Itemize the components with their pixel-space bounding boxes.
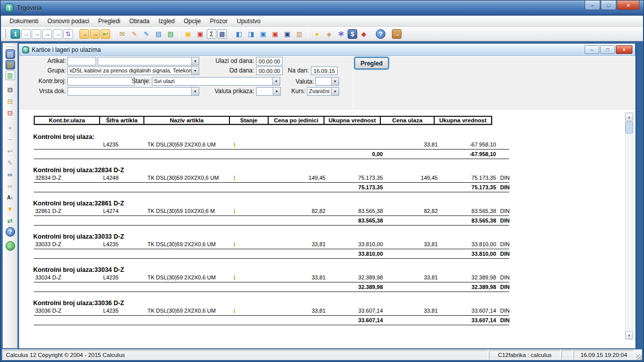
edit-stamp-icon[interactable]: ✎ — [5, 158, 16, 168]
header-cena-po-jedinici[interactable]: Cena po jedinici — [268, 116, 325, 125]
scroll-up-icon[interactable]: ▲ — [625, 113, 633, 121]
exit-icon[interactable]: → — [392, 29, 401, 39]
chevron-down-icon[interactable]: ▼ — [191, 67, 199, 75]
menu-item-obrada[interactable]: Obrada — [125, 16, 154, 26]
note-import-icon[interactable]: → — [79, 29, 89, 39]
kurs-combo[interactable]: Zvanični ▼ — [307, 87, 339, 96]
close-button[interactable]: × — [617, 1, 639, 10]
resize-grip[interactable] — [634, 350, 642, 360]
print-cancel-icon[interactable]: ⊟ — [5, 108, 16, 118]
valuta-prikaza-combo[interactable]: ▼ — [256, 87, 281, 96]
calendar-icon[interactable]: ▦ — [217, 29, 227, 39]
note-forward-icon[interactable]: → — [90, 29, 100, 39]
menu-item-pregledi[interactable]: Pregledi — [94, 16, 125, 26]
copies-filter-icon[interactable]: ▣ — [195, 29, 206, 39]
diamond-icon[interactable]: ◆ — [358, 29, 369, 39]
table-row[interactable]: 32861 D-Z L4274 TK DSL(30)59 10X2X0,6 M … — [34, 208, 516, 215]
filter-funnel-icon[interactable]: ▼ — [5, 204, 16, 214]
help-circle-icon[interactable]: ? — [6, 227, 15, 237]
copy-windows-icon[interactable]: ▣ — [258, 29, 269, 39]
chevron-down-icon[interactable]: ▼ — [191, 88, 199, 95]
find-icon[interactable]: ∞ — [5, 169, 16, 180]
artikal-name-combo[interactable]: ▼ — [98, 57, 199, 65]
settings-gear-icon[interactable]: ∗ — [336, 29, 347, 39]
scrollbar-thumb[interactable] — [625, 121, 633, 133]
chevron-down-icon[interactable]: ▼ — [331, 78, 339, 85]
table-row[interactable]: 33033 D-Z L4235 TK DSL(30)59 2X2X0,6 UM … — [34, 241, 516, 248]
od-dana-input[interactable] — [256, 66, 283, 75]
valuta-combo[interactable]: ▼ — [315, 77, 339, 86]
chevron-down-icon[interactable]: ▼ — [331, 88, 339, 95]
back-icon[interactable]: ← — [6, 241, 15, 251]
child-titlebar[interactable]: T Kartice i lageri po ulazima – □ × — [19, 44, 635, 56]
layout-left-panel-icon[interactable]: ◧ — [233, 29, 245, 39]
fit-columns-icon[interactable]: ⇄ — [5, 215, 16, 226]
table-row[interactable]: 33036 D-Z L4235 TK DSL(30)59 2X2X0,6 UM … — [34, 308, 516, 315]
chevron-down-icon[interactable]: ▼ — [273, 88, 280, 95]
help-icon[interactable]: ? — [376, 29, 385, 39]
chevron-down-icon[interactable]: ▼ — [272, 78, 280, 85]
artikal-code-input[interactable] — [67, 57, 96, 65]
na-dan-input[interactable] — [311, 66, 338, 75]
left-toolbar-grip[interactable] — [6, 45, 15, 47]
layout-grid-panel-icon[interactable]: ◨ — [246, 29, 257, 39]
vrsta-dok-combo[interactable]: ▼ — [67, 87, 199, 96]
menu-item-uputstvo[interactable]: Uputstvo — [232, 16, 265, 26]
child-minimize-button[interactable]: – — [585, 45, 599, 54]
child-close-button[interactable]: × — [616, 45, 632, 54]
find-next-icon[interactable]: ∞ — [5, 181, 16, 191]
note-undo-icon[interactable]: ↩ — [101, 29, 110, 39]
sum-icon[interactable]: Σ — [207, 29, 216, 39]
print-icon[interactable]: ⊟ — [5, 85, 16, 95]
scroll-down-icon[interactable]: ▼ — [625, 331, 633, 339]
kontr-broj-input[interactable] — [67, 77, 135, 86]
tag-icon[interactable]: ◈ — [324, 29, 335, 39]
remove-row-icon[interactable]: − — [5, 134, 16, 145]
maximize-button[interactable]: □ — [601, 1, 616, 10]
table-row[interactable]: L4235 TK DSL(30)59 2X2X0,6 UM 33,81 -67.… — [34, 141, 516, 149]
edit-icon[interactable]: ✎ — [129, 29, 140, 39]
child-restore-button[interactable]: □ — [600, 45, 615, 54]
user-edit-icon[interactable]: ✎ — [141, 29, 152, 39]
header-kont-br-ulaza[interactable]: Kont.br.ulaza — [34, 116, 100, 125]
header-naziv-artikla[interactable]: Naziv artikla — [143, 116, 230, 125]
menu-item-izgled[interactable]: Izgled — [154, 16, 179, 26]
window-filter-icon[interactable]: ▣ — [270, 29, 281, 39]
header-stanje[interactable]: Stanje — [229, 116, 269, 125]
collapse-rows-icon[interactable]: ⇅ — [63, 29, 73, 39]
menu-item-prozor[interactable]: Prozor — [205, 16, 232, 26]
record-count-icon[interactable]: 1 — [11, 29, 20, 39]
doc-export-icon[interactable]: → — [32, 29, 41, 39]
doc-forward-icon[interactable]: → — [42, 29, 52, 39]
ledger-icon[interactable]: $ — [348, 29, 357, 39]
doc-import-icon[interactable]: → — [21, 29, 31, 39]
export-form-icon[interactable]: ▥ — [6, 70, 15, 80]
doc-send-icon[interactable]: → — [53, 29, 62, 39]
chevron-down-icon[interactable]: ▼ — [191, 57, 199, 65]
header-ukupna-vrednost[interactable]: Ukupna vrednost — [324, 116, 381, 125]
copies-tip-icon[interactable]: ▣ — [183, 29, 194, 39]
table-row[interactable]: 33034 D-Z L4235 TK DSL(30)59 2X2X0,6 UM … — [34, 274, 516, 281]
save-icon[interactable]: ▤ — [6, 49, 15, 59]
menu-item-osnovni-podaci[interactable]: Osnovni podaci — [43, 16, 94, 26]
journal-tip-icon[interactable]: ▥ — [294, 29, 305, 39]
mail-icon[interactable]: ✉ — [117, 29, 128, 39]
sort-az-icon[interactable]: A↓ — [5, 192, 16, 203]
pregled-button[interactable]: Pregled — [355, 57, 388, 69]
db-book-save-icon[interactable]: ▤ — [165, 29, 176, 39]
db-book-add-icon[interactable]: ▤ — [153, 29, 164, 39]
header-sifra-artikla[interactable]: Šifra artikla — [99, 116, 144, 125]
add-row-icon[interactable]: + — [5, 123, 16, 133]
menu-item-opcije[interactable]: Opcije — [179, 16, 205, 26]
grupa-combo[interactable]: xDSL kablovi za prenos digitalnih signal… — [67, 66, 199, 75]
save-layout-icon[interactable]: ▤ — [6, 60, 15, 69]
ulazi-od-dana-input[interactable] — [256, 57, 283, 65]
undo-icon[interactable]: ↩ — [5, 146, 16, 157]
tip-bulb-icon[interactable]: ● — [311, 29, 323, 39]
header-ukupna-vrednost-2[interactable]: Ukupna vrednost — [434, 116, 492, 125]
toolbar-grip[interactable] — [4, 29, 6, 39]
header-cena-ulaza[interactable]: Cena ulaza — [380, 116, 435, 125]
window-search-icon[interactable]: ▣ — [282, 29, 293, 39]
minimize-button[interactable]: – — [585, 1, 600, 10]
stanje-combo[interactable]: Svi ulazi ▼ — [152, 77, 280, 86]
